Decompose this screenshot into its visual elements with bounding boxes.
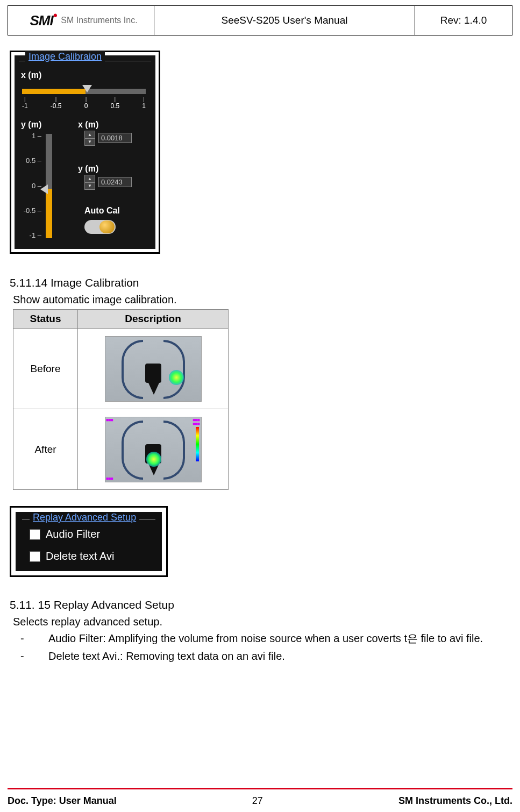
- bullet-delete-text: Delete text Avi.: Removing text data on …: [34, 650, 510, 663]
- replay-setup-screenshot: Replay Advanced Setup Audio Filter Delet…: [10, 506, 168, 577]
- footer-divider: [8, 788, 512, 789]
- after-image: ■■■■■■■■■■■■: [105, 417, 202, 482]
- doc-title: SeeSV-S205 User's Manual: [154, 6, 415, 35]
- image-calibration-screenshot: Image Calibraion x (m) -1 -0.5 0 0.5 1 y…: [10, 51, 160, 254]
- delete-text-avi-checkbox[interactable]: [30, 551, 40, 562]
- section-body-replay: Selects replay advanced setup.: [13, 616, 510, 628]
- table-header-status: Status: [13, 310, 78, 329]
- footer-doc-type: Doc. Type: User Manual: [8, 795, 117, 807]
- page-footer: Doc. Type: User Manual 27 SM Instruments…: [8, 795, 512, 807]
- x-slider-label: x (m): [21, 70, 41, 80]
- bullet-audio-filter: Audio Filter: Amplifying the volume from…: [34, 631, 510, 646]
- section-heading-replay: 5.11. 15 Replay Advanced Setup: [10, 599, 510, 611]
- panel-title: Image Calibraion: [25, 51, 105, 62]
- y-value-field[interactable]: 0.0243: [98, 177, 132, 187]
- y-slider-label: y (m): [21, 120, 41, 130]
- doc-revision: Rev: 1.4.0: [415, 6, 512, 35]
- y-slider-ticks: 1 0.5 0 -0.5 -1: [23, 132, 41, 239]
- table-row: After ■■■■■■■■■■■■: [13, 409, 229, 490]
- x-field-label: x (m): [78, 120, 98, 130]
- status-table: Status Description Before After ■■■■■■: [13, 309, 229, 490]
- y-stepper[interactable]: ▲▼: [84, 175, 95, 190]
- delete-text-avi-label: Delete text Avi: [46, 550, 114, 562]
- table-row: Before: [13, 329, 229, 409]
- x-slider-ticks: -1 -0.5 0 0.5 1: [22, 96, 146, 110]
- replay-bullets: Audio Filter: Amplifying the volume from…: [34, 631, 510, 663]
- status-cell-before: Before: [13, 329, 78, 409]
- x-value-field[interactable]: 0.0018: [98, 133, 132, 143]
- footer-page-number: 27: [252, 795, 263, 807]
- x-slider-thumb[interactable]: [82, 85, 92, 92]
- auto-cal-toggle[interactable]: [84, 220, 116, 234]
- footer-company: SM Instruments Co., Ltd.: [398, 795, 512, 807]
- table-header-description: Description: [78, 310, 229, 329]
- page-header: SMI• SM Instruments Inc. SeeSV-S205 User…: [8, 5, 512, 35]
- x-stepper[interactable]: ▲▼: [84, 131, 95, 146]
- y-field-label: y (m): [78, 164, 98, 174]
- section-body-calibration: Show automatic image calibration.: [13, 294, 510, 306]
- company-logo-cell: SMI• SM Instruments Inc.: [8, 6, 154, 35]
- audio-filter-checkbox[interactable]: [30, 529, 40, 540]
- status-cell-after: After: [13, 409, 78, 490]
- toggle-knob-icon: [99, 220, 115, 233]
- before-image: [105, 336, 202, 402]
- y-slider-thumb[interactable]: [40, 184, 48, 194]
- section-heading-calibration: 5.11.14 Image Calibration: [10, 276, 510, 289]
- audio-filter-label: Audio Filter: [46, 528, 100, 540]
- replay-panel-title: Replay Advanced Setup: [30, 512, 139, 523]
- company-name: SM Instruments Inc.: [61, 16, 137, 25]
- auto-cal-label: Auto Cal: [84, 206, 120, 216]
- logo-mark: SMI•: [30, 13, 56, 27]
